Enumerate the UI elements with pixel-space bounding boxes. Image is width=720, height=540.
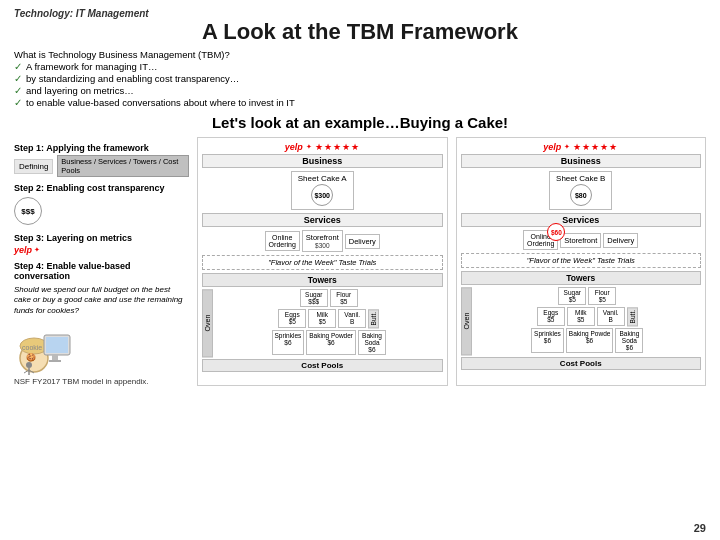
online-ordering-b: Online Ordering $60 [523, 230, 558, 250]
step4-label: Step 4: Enable value-based conversation [14, 261, 189, 281]
yelp-logo-step3: yelp [14, 245, 32, 255]
bullet-3: ✓and layering on metrics… [14, 85, 706, 96]
milk-b: Milk $5 [567, 307, 595, 326]
svg-point-8 [26, 362, 32, 368]
storefront-a: Storefront $300 [302, 230, 343, 252]
main-content: Step 1: Applying the framework Defining … [14, 137, 706, 386]
step1-badge: Defining [14, 159, 53, 174]
towers-inner-b: Sugar $5 Flour $5 Eggs $5 [474, 287, 702, 355]
storefront-price-a: $300 [306, 242, 339, 249]
butter-label-a: Butt. [368, 309, 379, 328]
intro-section: What is Technology Business Management (… [14, 49, 706, 108]
baking-powder-b: Baking Powde $6 [566, 328, 614, 353]
taste-trials-a: "Flavor of the Week" Taste Trials [202, 255, 443, 270]
eggs-a: Eggs $5 [278, 309, 306, 328]
taste-trials-b: "Flavor of the Week" Taste Trials [461, 253, 702, 268]
step1-box: Defining Business / Services / Towers / … [14, 155, 189, 177]
sprinkles-b: Sprinkles $6 [531, 328, 564, 353]
flour-b: Flour $5 [588, 287, 616, 305]
storefront-b: Storefront [560, 233, 601, 248]
panel-a: yelp ✦ ★★★★★ Business Sheet Cake A $300 … [197, 137, 448, 386]
cost-pools-label-b: Cost Pools [461, 357, 702, 370]
sheet-cake-a-label: Sheet Cake A [298, 174, 347, 183]
services-label-a: Services [202, 213, 443, 227]
sprinkles-a: Sprinkles $6 [272, 330, 305, 355]
header-top: Technology: IT Management [14, 8, 706, 19]
step3-yelp: yelp ✦ [14, 245, 189, 255]
stars-a: ★★★★★ [315, 142, 360, 152]
milk-a: Milk $5 [308, 309, 336, 328]
example-heading: Let's look at an example…Buying a Cake! [14, 114, 706, 131]
step3-label: Step 3: Layering on metrics [14, 233, 189, 243]
svg-rect-6 [52, 355, 58, 360]
flour-a: Flour $5 [330, 289, 358, 307]
yelp-star-a: ✦ [306, 143, 312, 151]
business-label-a: Business [202, 154, 443, 168]
stars-b: ★★★★★ [573, 142, 618, 152]
towers-inner-a: Sugar $$$ Flour $5 Eggs $5 [215, 289, 443, 357]
intro-question: What is Technology Business Management (… [14, 49, 706, 60]
price-b: $80 [570, 184, 592, 206]
step4-text: Should we spend our full budget on the b… [14, 285, 189, 316]
right-panels: yelp ✦ ★★★★★ Business Sheet Cake A $300 … [197, 137, 706, 386]
page-number: 29 [694, 522, 706, 534]
svg-rect-5 [46, 337, 68, 353]
sheet-cake-a: Sheet Cake A $300 [291, 171, 354, 210]
yelp-logo-b: yelp [543, 142, 561, 152]
step1-label: Step 1: Applying the framework [14, 143, 189, 153]
baking-soda-b: Baking Soda $6 [615, 328, 643, 353]
yelp-star-b: ✦ [564, 143, 570, 151]
delivery-label-b: Delivery [607, 236, 634, 245]
storefront-label-b: Storefront [564, 236, 597, 245]
step2-label: Step 2: Enabling cost transparency [14, 183, 189, 193]
vanilla-b: Vanil. B [597, 307, 625, 326]
cost-pools-label-a: Cost Pools [202, 359, 443, 372]
online-label-a: Online Ordering [269, 234, 296, 248]
sugar-a: Sugar $$$ [300, 289, 328, 307]
business-label-b: Business [461, 154, 702, 168]
cookie-illustration: 🍪 cookie [14, 320, 74, 375]
bullet-4: ✓to enable value-based conversations abo… [14, 97, 706, 108]
svg-text:cookie: cookie [22, 344, 42, 351]
left-panel: Step 1: Applying the framework Defining … [14, 137, 189, 386]
nsf-text: NSF FY2017 TBM model in appendix. [14, 377, 189, 386]
svg-text:🍪: 🍪 [26, 352, 36, 362]
towers-grid-b: Oven Sugar $5 Flour $5 [461, 287, 702, 355]
yelp-logo-a: yelp [285, 142, 303, 152]
star-asterisk: ✦ [34, 246, 40, 254]
bullet-1: ✓A framework for managing IT… [14, 61, 706, 72]
services-label-b: Services [461, 213, 702, 227]
butter-label-b: Butt. [627, 307, 638, 326]
delivery-b: Delivery [603, 233, 638, 248]
sugar-b: Sugar $5 [558, 287, 586, 305]
storefront-label-a: Storefront [306, 233, 339, 242]
oven-label-a: Oven [202, 289, 213, 357]
price-a: $300 [311, 184, 333, 206]
services-row-a: Online Ordering Storefront $300 Delivery [202, 230, 443, 252]
towers-grid-a: Oven Sugar $$$ Flour $5 [202, 289, 443, 357]
towers-label-b: Towers [461, 271, 702, 285]
baking-soda-a: Baking Soda $6 [358, 330, 386, 355]
baking-powder-a: Baking Powder $6 [306, 330, 356, 355]
step1-tags: Business / Services / Towers / Cost Pool… [57, 155, 189, 177]
online-ordering-a: Online Ordering [265, 231, 300, 251]
panel-b: yelp ✦ ★★★★★ Business Sheet Cake B $80 S… [456, 137, 707, 386]
towers-label-a: Towers [202, 273, 443, 287]
oven-label-b: Oven [461, 287, 472, 355]
sheet-cake-b-label: Sheet Cake B [556, 174, 605, 183]
page: Technology: IT Management A Look at the … [0, 0, 720, 540]
svg-rect-7 [49, 360, 61, 362]
bullet-2: ✓by standardizing and enabling cost tran… [14, 73, 706, 84]
eggs-b: Eggs $5 [537, 307, 565, 326]
cost-bubble: $$$ [14, 197, 42, 225]
sheet-cake-b: Sheet Cake B $80 [549, 171, 612, 210]
services-row-b: Online Ordering $60 Storefront Delivery [461, 230, 702, 250]
vanilla-a: Vanil. B [338, 309, 366, 328]
delivery-a: Delivery [345, 234, 380, 249]
header-main: A Look at the TBM Framework [14, 19, 706, 45]
delivery-label-a: Delivery [349, 237, 376, 246]
